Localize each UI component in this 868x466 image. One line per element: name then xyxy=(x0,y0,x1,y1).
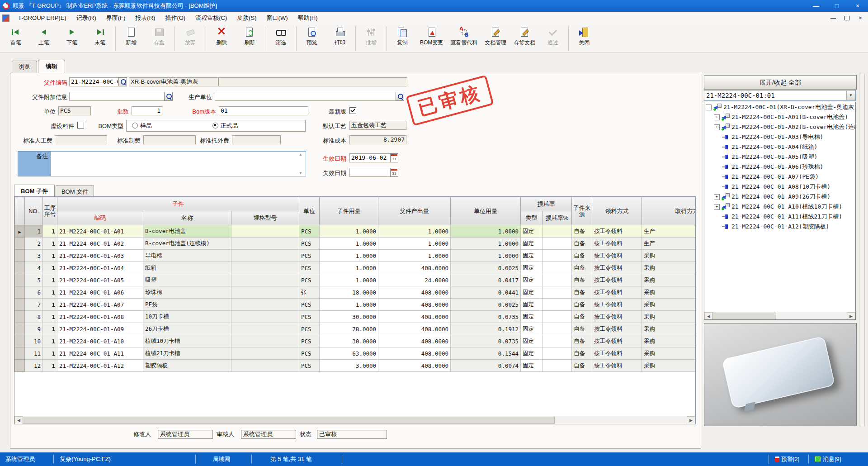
view-substitute-button[interactable]: 查看替代料 xyxy=(447,24,481,52)
parent-extra-input[interactable] xyxy=(69,92,166,101)
cell-source[interactable]: 自备 xyxy=(572,311,592,323)
row-selector[interactable] xyxy=(15,335,25,347)
cell-acquire[interactable]: 采购 xyxy=(642,299,696,311)
cell-picking[interactable]: 按工令领料 xyxy=(592,262,642,274)
cell-name[interactable]: 10刀卡槽 xyxy=(143,311,231,323)
cell-loss-rate[interactable] xyxy=(542,299,572,311)
cell-seq[interactable]: 1 xyxy=(43,274,57,286)
doc-manage-button[interactable]: 文档管理 xyxy=(481,24,510,52)
parent-code-lookup-button[interactable] xyxy=(118,77,127,86)
cell-parent-output[interactable]: 408.0000 xyxy=(378,323,451,335)
cell-name[interactable]: 植绒21刀卡槽 xyxy=(143,347,231,360)
tree-item[interactable]: 21-M2224-00C-01-A12(塑胶隔板) xyxy=(704,222,855,232)
cell-unit[interactable]: PCS xyxy=(299,311,320,323)
tree-item[interactable]: 21-M2224-00C-01-A08(10刀卡槽) xyxy=(704,182,855,192)
cell-spec[interactable] xyxy=(231,262,299,274)
cell-parent-output[interactable]: 24.0000 xyxy=(378,274,451,286)
expand-collapse-all-button[interactable]: 展开/收起 全部 xyxy=(704,75,857,90)
cell-seq[interactable]: 1 xyxy=(43,347,57,360)
print-button[interactable]: 打印 xyxy=(326,24,354,52)
tree-toggle-icon[interactable]: - xyxy=(706,105,712,110)
cell-picking[interactable]: 按工令领料 xyxy=(592,323,642,335)
cell-no[interactable]: 2 xyxy=(25,238,43,250)
cell-unit-qty[interactable]: 1.0000 xyxy=(451,250,521,262)
table-row[interactable]: 5 1 21-M2224-00C-01-A05 吸塑 PCS 1.0000 24… xyxy=(15,274,696,286)
cell-name[interactable]: 纸箱 xyxy=(143,262,231,274)
tree-item[interactable]: + 21-M2224-00C-01-A02(B-cover电池盖(连续模)) xyxy=(704,122,855,132)
scroll-left-button[interactable]: ◀ xyxy=(14,416,23,424)
row-selector[interactable] xyxy=(15,238,25,250)
table-row[interactable]: 6 1 21-M2224-00C-01-A06 珍珠棉 张 18.0000 40… xyxy=(15,286,696,299)
cell-acquire[interactable]: 采购 xyxy=(642,347,696,360)
cell-picking[interactable]: 按工令领料 xyxy=(592,347,642,360)
cell-parent-output[interactable]: 408.0000 xyxy=(378,347,451,360)
tree-toggle-icon[interactable]: + xyxy=(714,194,720,200)
maximize-button[interactable]: □ xyxy=(826,0,847,12)
tab-bom-files[interactable]: BOM 文件 xyxy=(56,185,94,198)
tree-item[interactable]: 21-M2224-00C-01-A04(纸箱) xyxy=(704,142,855,152)
col-spec[interactable]: 规格型号 xyxy=(231,211,299,225)
cell-unit-qty[interactable]: 0.1544 xyxy=(451,347,521,360)
col-parent-output[interactable]: 父件产出量 xyxy=(378,197,451,225)
expiry-date-calendar-icon[interactable]: 31 xyxy=(390,168,398,177)
mdi-minimize-button[interactable]: — xyxy=(828,14,838,23)
refresh-button[interactable]: 刷新 xyxy=(236,24,264,52)
menu-item[interactable]: 操作(O) xyxy=(160,12,190,24)
cell-seq[interactable]: 1 xyxy=(43,311,57,323)
col-name[interactable]: 名称 xyxy=(143,211,231,225)
cell-qty[interactable]: 3.0000 xyxy=(320,360,378,372)
minimize-button[interactable]: — xyxy=(806,0,826,12)
production-unit-input[interactable] xyxy=(215,92,397,101)
cell-parent-output[interactable]: 408.0000 xyxy=(378,286,451,299)
cell-no[interactable]: 10 xyxy=(25,335,43,347)
cell-source[interactable]: 自备 xyxy=(572,250,592,262)
cell-source[interactable]: 自备 xyxy=(572,299,592,311)
cell-loss-type[interactable]: 固定 xyxy=(521,299,542,311)
cell-source[interactable]: 自备 xyxy=(572,238,592,250)
virtual-part-checkbox[interactable] xyxy=(77,122,84,128)
cell-no[interactable]: 5 xyxy=(25,274,43,286)
tree-toggle-icon[interactable]: + xyxy=(714,114,720,120)
cell-unit[interactable]: PCS xyxy=(299,323,320,335)
row-selector[interactable] xyxy=(15,299,25,311)
tree-item[interactable]: 21-M2224-00C-01-A11(植绒21刀卡槽) xyxy=(704,212,855,222)
cell-qty[interactable]: 1.0000 xyxy=(320,238,378,250)
cell-loss-rate[interactable] xyxy=(542,335,572,347)
cell-name[interactable]: 塑胶隔板 xyxy=(143,360,231,372)
parent-extra-lookup-button[interactable] xyxy=(164,92,173,101)
cell-loss-rate[interactable] xyxy=(542,225,572,238)
cell-source[interactable]: 自备 xyxy=(572,360,592,372)
cell-source[interactable]: 自备 xyxy=(572,274,592,286)
cell-no[interactable]: 6 xyxy=(25,286,43,299)
messages-button[interactable]: 消息[9] xyxy=(815,452,841,466)
cell-parent-output[interactable]: 408.0000 xyxy=(378,335,451,347)
prev-record-button[interactable]: 上笔 xyxy=(30,24,58,52)
table-row[interactable]: 3 1 21-M2224-00C-01-A03 导电棉 PCS 1.0000 1… xyxy=(15,250,696,262)
cell-qty[interactable]: 1.0000 xyxy=(320,225,378,238)
bom-version-input[interactable] xyxy=(219,106,308,115)
cell-loss-type[interactable]: 固定 xyxy=(521,335,542,347)
cell-loss-rate[interactable] xyxy=(542,347,572,360)
col-picking[interactable]: 领料方式 xyxy=(592,197,642,225)
scrollbar-thumb[interactable] xyxy=(23,417,555,424)
parent-code-input[interactable] xyxy=(69,77,120,86)
add-button[interactable]: 新增 xyxy=(117,24,145,52)
cell-qty[interactable]: 1.0000 xyxy=(320,262,378,274)
cell-loss-type[interactable]: 固定 xyxy=(521,286,542,299)
mdi-close-button[interactable]: × xyxy=(855,14,865,23)
cell-spec[interactable] xyxy=(231,299,299,311)
cell-seq[interactable]: 1 xyxy=(43,250,57,262)
cell-code[interactable]: 21-M2224-00C-01-A12 xyxy=(57,360,143,372)
cell-no[interactable]: 4 xyxy=(25,262,43,274)
cell-loss-rate[interactable] xyxy=(542,311,572,323)
next-record-button[interactable]: 下笔 xyxy=(58,24,86,52)
cell-unit[interactable]: PCS xyxy=(299,299,320,311)
cell-code[interactable]: 21-M2224-00C-01-A09 xyxy=(57,323,143,335)
production-unit-lookup-button[interactable] xyxy=(396,92,404,101)
cell-no[interactable]: 8 xyxy=(25,311,43,323)
cell-source[interactable]: 自备 xyxy=(572,323,592,335)
cell-unit-qty[interactable]: 0.0441 xyxy=(451,286,521,299)
cell-code[interactable]: 21-M2224-00C-01-A10 xyxy=(57,335,143,347)
tree-item[interactable]: - 21-M2224-00C-01(XR-B-cover电池盖-奥迪灰) xyxy=(704,102,855,112)
cell-picking[interactable]: 按工令领料 xyxy=(592,360,642,372)
